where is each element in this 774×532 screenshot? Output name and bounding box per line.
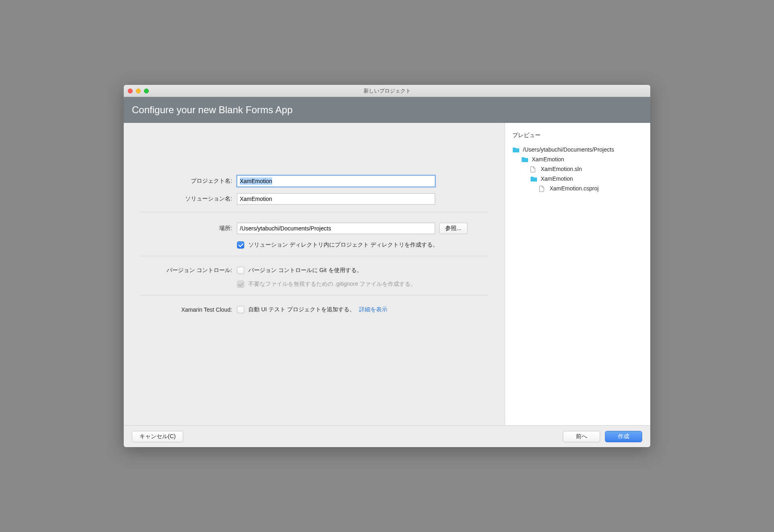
create-solution-dir-row: ソリューション ディレクトリ内にプロジェクト ディレクトリを作成する。: [128, 241, 501, 249]
tree-folder: XamEmotion: [512, 174, 643, 184]
solution-name-input[interactable]: [237, 193, 435, 205]
traffic-lights: [128, 89, 149, 93]
create-solution-dir-checkbox[interactable]: [237, 241, 244, 249]
test-cloud-details-link[interactable]: 詳細を表示: [359, 306, 387, 313]
folder-icon: [512, 147, 520, 153]
test-cloud-label: Xamarin Test Cloud:: [128, 306, 237, 313]
gitignore-row: 不要なファイルを無視するための .gitignore ファイルを作成する。: [128, 281, 501, 288]
add-ui-test-label: 自動 UI テスト プロジェクトを追加する。: [248, 306, 355, 313]
window-title: 新しいプロジェクト: [124, 87, 650, 95]
minimize-window-button[interactable]: [136, 89, 141, 93]
browse-button[interactable]: 参照...: [439, 223, 467, 234]
tree-file: XamEmotion.csproj: [512, 184, 643, 193]
tree-root: /Users/ytabuchi/Documents/Projects: [512, 145, 643, 154]
use-git-checkbox[interactable]: [237, 267, 244, 274]
file-icon: [530, 166, 537, 172]
back-button[interactable]: 前へ: [563, 431, 600, 442]
titlebar: 新しいプロジェクト: [124, 85, 650, 97]
zoom-window-button[interactable]: [144, 89, 149, 93]
content-area: プロジェクト名: XamEmotion ソリューション名: 場所:: [124, 123, 650, 425]
header-title: Configure your new Blank Forms App: [132, 104, 293, 115]
folder-icon: [521, 156, 529, 163]
tree-folder-label: XamEmotion: [532, 156, 564, 163]
create-button[interactable]: 作成: [605, 431, 642, 442]
version-control-row: バージョン コントロール: バージョン コントロールに Git を使用する。: [128, 267, 501, 274]
create-solution-dir-label: ソリューション ディレクトリ内にプロジェクト ディレクトリを作成する。: [248, 241, 438, 249]
preview-title: プレビュー: [512, 132, 643, 139]
add-ui-test-checkbox[interactable]: [237, 306, 244, 313]
test-cloud-row: Xamarin Test Cloud: 自動 UI テスト プロジェクトを追加す…: [128, 306, 501, 313]
tree-folder-label: XamEmotion: [541, 175, 573, 182]
tree-folder: XamEmotion: [512, 154, 643, 164]
cancel-button[interactable]: キャンセル(C): [132, 431, 183, 442]
project-name-row: プロジェクト名: XamEmotion: [128, 175, 501, 187]
footer: キャンセル(C) 前へ 作成: [124, 425, 650, 447]
location-label: 場所:: [128, 225, 237, 232]
divider: [140, 256, 489, 256]
tree-file-label: XamEmotion.csproj: [550, 185, 598, 192]
gitignore-label: 不要なファイルを無視するための .gitignore ファイルを作成する。: [248, 281, 416, 288]
tree-root-label: /Users/ytabuchi/Documents/Projects: [523, 146, 614, 153]
location-input[interactable]: [237, 223, 435, 234]
new-project-dialog: 新しいプロジェクト Configure your new Blank Forms…: [124, 85, 650, 447]
preview-panel: プレビュー /Users/ytabuchi/Documents/Projects…: [505, 123, 650, 425]
file-icon: [539, 186, 546, 192]
gitignore-checkbox: [237, 281, 244, 288]
location-row: 場所: 参照...: [128, 223, 501, 234]
use-git-label: バージョン コントロールに Git を使用する。: [248, 267, 362, 274]
preview-tree: /Users/ytabuchi/Documents/Projects XamEm…: [512, 145, 643, 193]
project-name-input[interactable]: [237, 175, 435, 187]
close-window-button[interactable]: [128, 89, 133, 93]
project-name-label: プロジェクト名:: [128, 177, 237, 185]
version-control-label: バージョン コントロール:: [128, 267, 237, 274]
divider: [140, 212, 489, 212]
tree-file: XamEmotion.sln: [512, 164, 643, 174]
solution-name-row: ソリューション名:: [128, 193, 501, 205]
solution-name-label: ソリューション名:: [128, 195, 237, 203]
header-banner: Configure your new Blank Forms App: [124, 97, 650, 123]
folder-icon: [530, 176, 537, 182]
divider: [140, 295, 489, 296]
tree-file-label: XamEmotion.sln: [541, 166, 582, 172]
form-area: プロジェクト名: XamEmotion ソリューション名: 場所:: [124, 123, 505, 425]
